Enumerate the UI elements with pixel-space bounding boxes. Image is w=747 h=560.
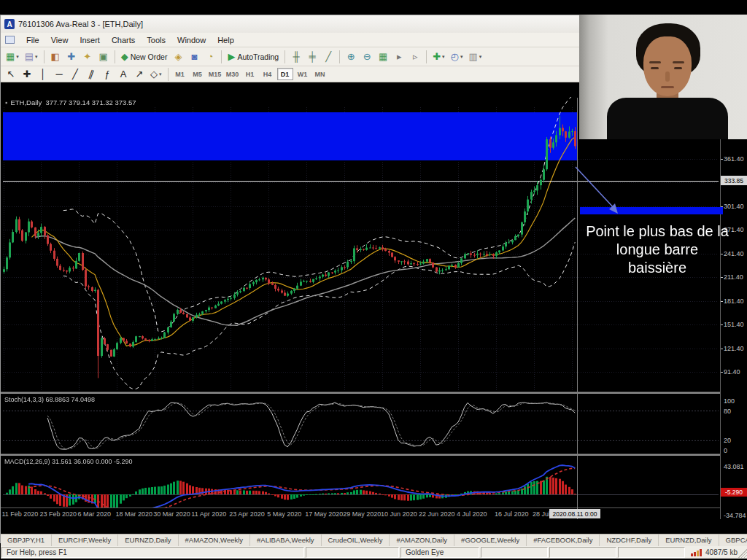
arrows-button[interactable]: ↗: [132, 67, 147, 82]
dropdown-arrow-icon[interactable]: ▾: [159, 71, 162, 77]
templates-button[interactable]: ▥▾: [466, 50, 484, 64]
data-window-button[interactable]: ✚: [64, 50, 79, 64]
crosshair-button[interactable]: ✚: [20, 67, 34, 82]
status-cell: [306, 547, 399, 558]
expert-advisors-button[interactable]: ◙: [187, 50, 201, 64]
price-label: 91.40: [724, 368, 740, 376]
chart-shift-button[interactable]: ▹: [408, 50, 422, 64]
stochastic-canvas[interactable]: [1, 394, 721, 454]
symbol-tab[interactable]: #AMAZON,Daily: [390, 534, 454, 546]
autotrading-button[interactable]: ▶AutoTrading: [225, 50, 281, 64]
symbol-tab[interactable]: GBPCAD,Daily: [719, 534, 747, 546]
timeframe-w1[interactable]: W1: [295, 68, 311, 80]
shapes-icon: ◇: [150, 69, 158, 79]
menu-tools[interactable]: Tools: [141, 34, 171, 46]
auto-scroll-button[interactable]: ▸: [392, 50, 406, 64]
auto-scroll-icon: ▸: [397, 52, 402, 61]
symbol-tab[interactable]: CrudeOIL,Weekly: [322, 534, 390, 546]
screen: A 76101306 Ava-Real 3 - [ETH,Daily] File…: [0, 0, 747, 560]
price-label: 361.40: [724, 155, 744, 163]
horizontal-line-button[interactable]: ─: [52, 67, 66, 82]
timeframe-d1[interactable]: D1: [277, 68, 293, 80]
new-chart-icon: ▦: [6, 52, 15, 61]
timeframe-h4[interactable]: H4: [260, 68, 276, 80]
new-order-button[interactable]: ◆New Order: [119, 50, 170, 64]
tile-windows-button[interactable]: ▦: [376, 50, 390, 64]
periods-button[interactable]: ◴▾: [449, 50, 465, 64]
timeframe-m5[interactable]: M5: [190, 68, 206, 80]
cursor-icon: ↖: [7, 69, 15, 79]
trendline-button[interactable]: ╱: [68, 67, 82, 82]
status-expert-name: Golden Eye: [400, 547, 479, 558]
date-label: 11 Apr 2020: [191, 510, 226, 518]
date-label: 4 Jul 2020: [457, 510, 487, 518]
equidistant-channel-button[interactable]: ∥: [84, 67, 98, 82]
zoom-in-icon: ⊕: [347, 52, 355, 61]
date-label: 11 Feb 2020: [2, 510, 39, 518]
connection-bars-icon: [691, 549, 703, 556]
chart-candles-button[interactable]: ╪: [305, 50, 320, 64]
menu-charts[interactable]: Charts: [106, 34, 141, 46]
symbol-tab[interactable]: EURCHF,Weekly: [52, 534, 118, 546]
fibonacci-icon: ƒ: [104, 69, 109, 79]
chart-line-icon: ╱: [325, 52, 331, 61]
timeframe-mn[interactable]: MN: [312, 68, 328, 80]
chart-tabs-bar: GBPJPY,H1EURCHF,WeeklyEURNZD,Daily#AMAZO…: [1, 534, 747, 546]
trendline-icon: ╱: [72, 69, 78, 79]
menu-help[interactable]: Help: [212, 34, 240, 46]
terminal-button[interactable]: ▣: [96, 50, 111, 64]
timeframe-m30[interactable]: M30: [225, 68, 241, 80]
chart-window-icon[interactable]: [5, 36, 15, 44]
dropdown-arrow-icon[interactable]: ▾: [35, 54, 38, 60]
chart-line-button[interactable]: ╱: [321, 50, 336, 64]
menu-window[interactable]: Window: [171, 34, 212, 46]
price-line-label: 333.85: [721, 176, 747, 185]
symbol-tab[interactable]: NZDCHF,Daily: [600, 534, 659, 546]
timeframe-h1[interactable]: H1: [242, 68, 258, 80]
dropdown-arrow-icon[interactable]: ▾: [479, 54, 482, 60]
timeframe-m1[interactable]: M1: [172, 68, 188, 80]
menu-view[interactable]: View: [45, 34, 74, 46]
text-label-button[interactable]: A: [116, 67, 131, 82]
indicators-button[interactable]: ✚▾: [430, 50, 446, 64]
symbol-tab[interactable]: EURNZD,Daily: [659, 534, 719, 546]
date-axis[interactable]: 11 Feb 202023 Feb 20206 Mar 202018 Mar 2…: [1, 508, 720, 519]
scripts-button[interactable]: ◔: [203, 50, 217, 64]
chart-bars-button[interactable]: ╫: [289, 50, 303, 64]
price-axis[interactable]: 361.40301.40271.40241.40211.40181.40151.…: [720, 82, 747, 519]
scripts-icon: ◔: [207, 52, 213, 61]
symbol-tab[interactable]: #AMAZON,Weekly: [179, 534, 251, 546]
dropdown-arrow-icon[interactable]: ▾: [16, 54, 19, 60]
navigator-button[interactable]: ✦: [80, 50, 95, 64]
profiles-button[interactable]: ▤▾: [23, 50, 40, 64]
symbol-tab[interactable]: #GOOGLE,Weekly: [454, 534, 527, 546]
new-order-label: New Order: [131, 52, 168, 61]
person-shirt: [607, 98, 728, 139]
market-watch-button[interactable]: ◧: [48, 50, 63, 64]
symbol-tab[interactable]: GBPJPY,H1: [1, 534, 52, 546]
traffic-text: 4087/5 kb: [705, 548, 738, 556]
date-label: 22 Jun 2020: [419, 510, 455, 518]
vertical-line-button[interactable]: │: [36, 67, 50, 82]
symbol-tab[interactable]: EURNZD,Daily: [118, 534, 178, 546]
zoom-in-button[interactable]: ⊕: [344, 50, 358, 64]
horizontal-line-icon: ─: [55, 69, 62, 79]
symbol-tab[interactable]: #FACEBOOK,Daily: [527, 534, 600, 546]
fibonacci-button[interactable]: ƒ: [100, 67, 115, 82]
menu-file[interactable]: File: [20, 34, 45, 46]
chart-client-area: ▪ETH,Daily 377.77 379.14 371.32 373.57 S…: [1, 82, 747, 534]
symbol-tab[interactable]: #ALIBABA,Weekly: [250, 534, 322, 546]
menu-insert[interactable]: Insert: [74, 34, 106, 46]
resize-grip[interactable]: [738, 549, 747, 558]
timeframe-m15[interactable]: M15: [207, 68, 223, 80]
chart-tabs: GBPJPY,H1EURCHF,WeeklyEURNZD,Daily#AMAZO…: [1, 534, 747, 546]
stoch-scale-label: 0: [724, 447, 727, 454]
new-chart-button[interactable]: ▦▾: [4, 50, 21, 64]
shapes-button[interactable]: ◇▾: [148, 67, 164, 82]
cursor-button[interactable]: ↖: [4, 67, 18, 82]
zoom-out-button[interactable]: ⊖: [360, 50, 374, 64]
metaeditor-button[interactable]: ◈: [171, 50, 185, 64]
dropdown-arrow-icon[interactable]: ▾: [442, 54, 445, 60]
macd-scale-bottom: -34.784: [724, 512, 746, 519]
dropdown-arrow-icon[interactable]: ▾: [460, 54, 463, 60]
